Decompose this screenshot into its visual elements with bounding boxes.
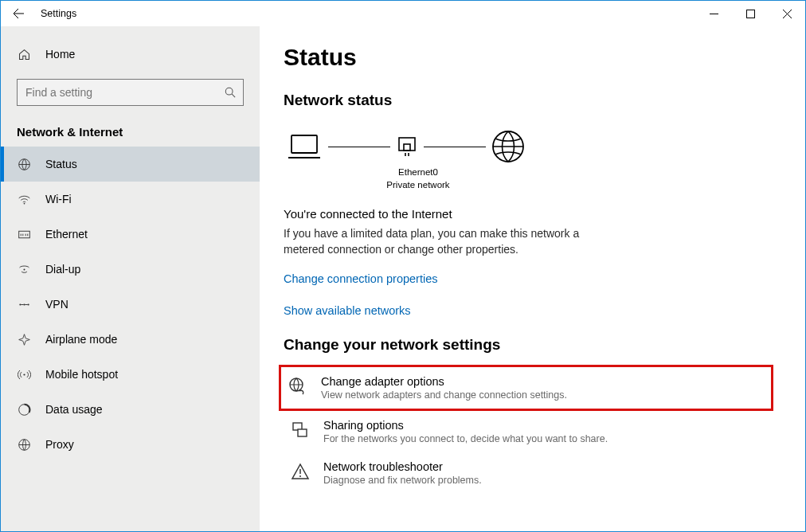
internet-globe-icon: [491, 129, 526, 164]
sharing-icon: [290, 419, 311, 440]
setting-desc: For the networks you connect to, decide …: [323, 433, 608, 444]
sidebar-item-label: Airplane mode: [45, 333, 117, 346]
svg-rect-4: [18, 231, 29, 238]
sidebar-item-label: Proxy: [45, 438, 74, 451]
svg-point-1: [225, 88, 233, 95]
setting-sharing-options[interactable]: Sharing options For the networks you con…: [284, 411, 773, 452]
troubleshooter-icon: [290, 460, 311, 481]
search-input[interactable]: [17, 79, 244, 106]
maximize-icon: [746, 10, 755, 18]
svg-rect-12: [291, 135, 317, 153]
network-type: Private network: [374, 179, 462, 192]
sidebar-item-label: Dial-up: [45, 263, 80, 276]
setting-text: Sharing options For the networks you con…: [323, 419, 608, 444]
sidebar-item-label: Status: [45, 158, 77, 170]
titlebar: Settings: [1, 1, 805, 26]
sidebar-item-label: Wi-Fi: [45, 193, 72, 205]
wifi-icon: [17, 193, 31, 206]
change-settings-heading: Change your network settings: [284, 336, 773, 354]
sidebar-item-datausage[interactable]: Data usage: [1, 392, 260, 427]
svg-rect-0: [746, 10, 754, 18]
setting-desc: Diagnose and fix network problems.: [323, 475, 482, 486]
setting-title: Change adapter options: [321, 375, 567, 388]
svg-point-8: [27, 303, 29, 305]
window-title: Settings: [41, 8, 76, 19]
sidebar-item-vpn[interactable]: VPN: [1, 287, 260, 322]
network-status-heading: Network status: [284, 92, 773, 109]
sidebar-item-wifi[interactable]: Wi-Fi: [1, 182, 260, 217]
close-icon: [783, 10, 792, 18]
setting-desc: View network adapters and change connect…: [321, 389, 567, 401]
setting-title: Sharing options: [323, 419, 608, 432]
setting-text: Network troubleshooter Diagnose and fix …: [323, 460, 482, 486]
sidebar-item-dialup[interactable]: Dial-up: [1, 252, 260, 287]
svg-point-3: [23, 202, 25, 204]
sidebar-item-label: Ethernet: [45, 228, 88, 241]
settings-window: Settings Home: [0, 0, 806, 532]
dialup-icon: [17, 263, 31, 276]
svg-point-6: [19, 303, 21, 305]
search-wrap: [17, 79, 244, 106]
link-show-available-networks[interactable]: Show available networks: [284, 304, 773, 317]
svg-rect-14: [404, 144, 410, 151]
setting-title: Network troubleshooter: [323, 460, 482, 473]
close-button[interactable]: [769, 1, 805, 26]
sidebar-item-hotspot[interactable]: Mobile hotspot: [1, 357, 260, 392]
globe-icon: [17, 158, 31, 171]
sidebar-home[interactable]: Home: [1, 37, 260, 71]
window-controls: [695, 1, 805, 26]
airplane-icon: [17, 333, 31, 346]
sidebar-item-label: Mobile hotspot: [45, 368, 118, 381]
datausage-icon: [17, 403, 31, 417]
svg-point-9: [23, 374, 25, 375]
sidebar-item-label: Data usage: [45, 403, 103, 416]
setting-network-troubleshooter[interactable]: Network troubleshooter Diagnose and fix …: [284, 452, 773, 494]
ethernet-icon: [17, 228, 31, 241]
sidebar-item-airplane[interactable]: Airplane mode: [1, 322, 260, 357]
link-change-connection-properties[interactable]: Change connection properties: [284, 272, 773, 285]
diagram-connector: [424, 147, 486, 147]
page-title: Status: [284, 44, 773, 71]
sidebar-category: Network & Internet: [1, 109, 260, 147]
svg-point-5: [23, 268, 25, 270]
connected-desc: If you have a limited data plan, you can…: [284, 225, 610, 258]
sidebar-item-status[interactable]: Status: [1, 147, 260, 182]
proxy-icon: [17, 438, 31, 452]
svg-point-7: [23, 303, 25, 305]
back-button[interactable]: [1, 1, 36, 26]
minimize-icon: [710, 10, 718, 18]
setting-text: Change adapter options View network adap…: [321, 375, 567, 401]
network-diagram: [285, 123, 773, 170]
maximize-button[interactable]: [732, 1, 769, 26]
content-area: Home Network & Internet Status Wi-Fi: [1, 26, 805, 531]
hotspot-icon: [17, 368, 31, 381]
setting-change-adapter-options[interactable]: Change adapter options View network adap…: [279, 365, 773, 411]
sidebar-item-ethernet[interactable]: Ethernet: [1, 217, 260, 252]
svg-point-19: [299, 475, 301, 477]
sidebar-item-label: VPN: [45, 298, 68, 311]
laptop-icon: [285, 131, 323, 162]
adapter-name: Ethernet0: [374, 166, 462, 179]
vpn-icon: [17, 298, 31, 311]
home-icon: [17, 48, 31, 61]
sidebar: Home Network & Internet Status Wi-Fi: [1, 26, 260, 531]
diagram-connector: [328, 147, 390, 147]
diagram-labels: Ethernet0 Private network: [374, 166, 462, 191]
sidebar-item-proxy[interactable]: Proxy: [1, 427, 260, 462]
search-icon: [225, 87, 236, 98]
arrow-left-icon: [12, 7, 25, 20]
main-panel: Status Network status Ethernet0 Private …: [260, 26, 805, 531]
adapter-options-icon: [288, 375, 308, 396]
sidebar-home-label: Home: [45, 48, 75, 61]
minimize-button[interactable]: [695, 1, 732, 26]
adapter-icon: [395, 135, 419, 158]
connected-heading: You're connected to the Internet: [284, 207, 773, 221]
svg-rect-18: [298, 429, 307, 436]
